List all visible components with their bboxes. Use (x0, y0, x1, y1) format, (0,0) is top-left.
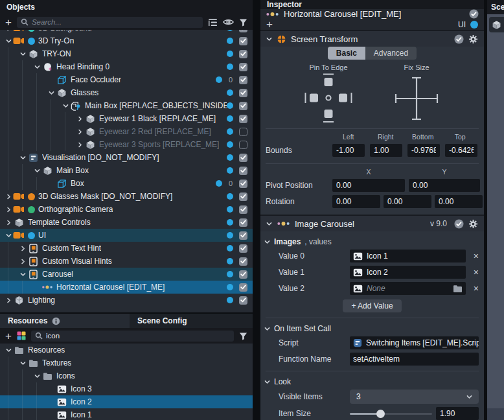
remove-value-button[interactable]: × (474, 268, 479, 277)
expander-expanded-icon[interactable] (4, 347, 13, 353)
visibility-dot[interactable] (227, 51, 233, 57)
remove-value-button[interactable]: × (474, 284, 479, 293)
look-group-header[interactable]: Look (260, 377, 484, 386)
expander-expanded-icon[interactable] (61, 103, 70, 109)
visibility-dot[interactable] (227, 167, 233, 174)
visibility-dot[interactable] (227, 245, 233, 251)
visibility-dot[interactable] (227, 206, 233, 213)
chevron-down-icon[interactable] (264, 379, 270, 385)
rotation-y-input[interactable] (384, 195, 431, 208)
objects-search[interactable] (17, 17, 203, 28)
enabled-checkbox[interactable] (239, 218, 247, 227)
enabled-checkbox[interactable] (239, 63, 247, 71)
visibility-dot[interactable] (227, 271, 233, 277)
enabled-checkbox[interactable] (239, 205, 247, 214)
object-row[interactable]: Eyewear 1 Black [REPLACE_ME] (0, 112, 253, 125)
chevron-down-icon[interactable] (264, 239, 270, 245)
object-row[interactable]: 3D Background (0, 30, 253, 34)
enabled-checkbox[interactable] (239, 192, 247, 201)
visibility-dot[interactable] (227, 128, 233, 135)
rotation-z-input[interactable] (435, 195, 483, 208)
resource-row[interactable]: Textures (0, 356, 253, 369)
object-row[interactable]: Template Controls (0, 216, 253, 229)
object-row[interactable]: Custom Text Hint (0, 242, 253, 255)
object-row[interactable]: Custom Visual Hints (0, 255, 253, 268)
tree-view-icon[interactable] (208, 18, 218, 27)
object-row[interactable]: UI (0, 229, 253, 242)
enabled-checkbox[interactable] (239, 141, 247, 149)
bounds-left-input[interactable] (332, 144, 365, 157)
chevron-down-icon[interactable] (264, 326, 270, 332)
visibility-dot[interactable] (227, 232, 233, 239)
object-row[interactable]: Box0 (0, 177, 253, 190)
pivot-y-input[interactable] (409, 179, 480, 192)
expander-collapsed-icon[interactable] (4, 207, 13, 213)
object-row[interactable]: Main Box (0, 164, 253, 177)
enabled-checkbox[interactable] (239, 128, 247, 136)
resource-types-icon[interactable] (17, 331, 26, 340)
object-row[interactable]: Face Occluder0 (0, 73, 253, 86)
resources-search[interactable] (31, 331, 234, 342)
visibility-dot[interactable] (227, 154, 233, 161)
expander-collapsed-icon[interactable] (4, 220, 13, 226)
expander-collapsed-icon[interactable] (75, 142, 84, 148)
visible-items-dropdown[interactable]: 3 (350, 390, 479, 404)
enabled-checkbox[interactable] (239, 180, 247, 188)
layer-indicator[interactable]: UI (458, 20, 478, 29)
object-enabled-checkbox[interactable] (469, 9, 479, 19)
expander-collapsed-icon[interactable] (75, 129, 84, 135)
info-icon[interactable] (52, 317, 60, 325)
texture-field[interactable]: Icon 1 (350, 250, 466, 262)
visibility-dot[interactable] (227, 141, 233, 148)
visibility-dot[interactable] (227, 89, 233, 96)
enabled-checkbox[interactable] (239, 76, 247, 84)
object-row[interactable]: Eyewear 2 Red [REPLACE_ME] (0, 125, 253, 138)
expander-expanded-icon[interactable] (32, 64, 41, 70)
object-row[interactable]: Main Box [REPLACE_OBJECTS_INSIDE] (0, 99, 253, 112)
images-group-header[interactable]: Images, values (260, 237, 484, 246)
image-carousel-header[interactable]: Image Carousel v 9.0 (260, 215, 484, 231)
expander-collapsed-icon[interactable] (18, 259, 27, 264)
visibility-dot[interactable] (227, 38, 233, 44)
pin-to-edge-widget[interactable] (301, 73, 356, 124)
pivot-x-input[interactable] (332, 179, 405, 192)
resource-row[interactable]: Icons (0, 369, 253, 382)
visibility-dot[interactable] (227, 64, 233, 70)
tab-resources[interactable]: Resources (0, 314, 130, 328)
object-row[interactable]: 3D Glasses Mask [DO_NOT_MODIFY] (0, 190, 253, 203)
bounds-bottom-input[interactable] (407, 144, 440, 157)
enabled-checkbox[interactable] (239, 89, 247, 97)
component-enabled-checkbox[interactable] (454, 219, 464, 229)
add-resource-button[interactable]: + (5, 331, 12, 342)
expander-collapsed-icon[interactable] (4, 30, 13, 31)
slider-knob[interactable] (376, 410, 385, 418)
enabled-checkbox[interactable] (239, 37, 247, 45)
expander-expanded-icon[interactable] (32, 373, 41, 379)
visibility-dot[interactable] (227, 258, 233, 264)
object-row[interactable]: Carousel (0, 268, 253, 281)
enabled-checkbox[interactable] (239, 283, 247, 292)
script-field[interactable]: Switching Items [EDIT_ME].Scrip (350, 336, 479, 349)
object-row[interactable]: Eyewear 3 Sports [REPLACE_ME] (0, 138, 253, 151)
function-name-field[interactable]: setActiveItem (350, 353, 479, 366)
expander-collapsed-icon[interactable] (75, 116, 84, 122)
on-item-set-call-header[interactable]: On Item Set Call (260, 324, 484, 333)
filter-icon[interactable] (239, 18, 247, 27)
expander-expanded-icon[interactable] (4, 233, 13, 239)
object-row[interactable]: Visualisation [DO_NOT_MODIFY] (0, 151, 253, 164)
component-enabled-checkbox[interactable] (454, 34, 464, 44)
screen-transform-header[interactable]: Screen Transform (260, 30, 484, 47)
add-value-button[interactable]: + Add Value (343, 299, 401, 312)
remove-value-button[interactable]: × (474, 251, 479, 261)
texture-field[interactable]: Icon 2 (350, 266, 466, 279)
object-row[interactable]: Horizontal Carousel [EDIT_ME] (0, 281, 253, 294)
enabled-checkbox[interactable] (239, 50, 247, 58)
scene-tool-button[interactable] (489, 17, 504, 32)
objects-search-input[interactable] (32, 18, 199, 26)
enabled-checkbox[interactable] (239, 257, 247, 266)
resource-row[interactable]: Icon 3 (0, 382, 253, 395)
enabled-checkbox[interactable] (239, 115, 247, 123)
item-size-slider[interactable] (350, 407, 432, 420)
expander-expanded-icon[interactable] (32, 168, 41, 174)
object-row[interactable]: Glasses (0, 86, 253, 99)
